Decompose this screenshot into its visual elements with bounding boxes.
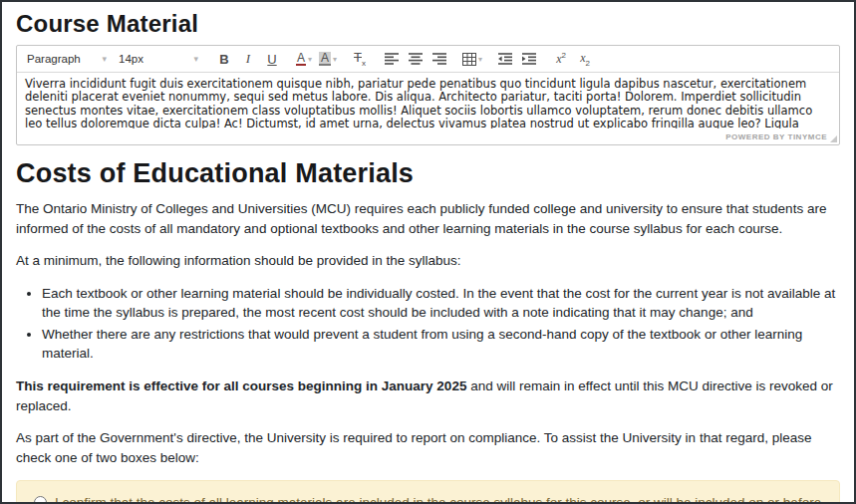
directive-paragraph: As part of the Government's directive, t…	[16, 428, 840, 467]
clear-formatting-icon: Tx	[354, 50, 366, 68]
font-size-dropdown[interactable]: 14px ▾	[113, 49, 204, 70]
font-size-value: 14px	[119, 53, 143, 65]
chevron-down-icon: ▾	[478, 55, 482, 64]
editor-text[interactable]: Viverra incididunt fugit duis exercitati…	[25, 78, 831, 128]
bold-icon: B	[219, 52, 228, 67]
confirm-option-row[interactable]: I confirm that the costs of all learning…	[32, 493, 824, 504]
chevron-down-icon: ▾	[333, 55, 337, 64]
compliance-options-box: I confirm that the costs of all learning…	[16, 480, 840, 504]
page-title: Course Material	[16, 10, 840, 38]
text-color-icon: A	[296, 52, 306, 67]
list-item: Whether there are any restrictions that …	[42, 325, 840, 364]
italic-icon: I	[246, 51, 250, 67]
decrease-indent-button[interactable]	[493, 48, 517, 70]
indent-icon	[522, 53, 536, 65]
costs-section: Costs of Educational Materials The Ontar…	[16, 158, 840, 504]
increase-indent-button[interactable]	[517, 48, 541, 70]
editor-content-area[interactable]: Viverra incididunt fugit duis exercitati…	[17, 73, 839, 128]
minimum-info-paragraph: At a minimum, the following information …	[16, 251, 840, 271]
underline-icon: U	[267, 52, 276, 67]
background-color-icon: A	[319, 52, 331, 67]
subscript-icon: x2	[580, 50, 590, 68]
paragraph-format-dropdown[interactable]: Paragraph ▾	[21, 49, 113, 70]
subscript-button[interactable]: x2	[573, 48, 597, 70]
editor-status-bar: POWERED BY TINYMCE	[17, 128, 839, 144]
align-left-icon	[385, 53, 399, 65]
outdent-icon	[498, 53, 512, 65]
list-item: Each textbook or other learning material…	[42, 284, 840, 323]
editor-toolbar: Paragraph ▾ 14px ▾ B I U A ▾ A	[17, 46, 839, 73]
effective-date-paragraph: This requirement is effective for all co…	[16, 377, 840, 415]
align-right-button[interactable]	[428, 48, 451, 70]
align-center-icon	[409, 53, 423, 65]
section-title: Costs of Educational Materials	[16, 158, 840, 189]
align-left-button[interactable]	[380, 48, 404, 70]
clear-formatting-button[interactable]: Tx	[348, 48, 372, 70]
intro-paragraph: The Ontario Ministry of Colleges and Uni…	[16, 199, 840, 238]
superscript-button[interactable]: x2	[549, 48, 573, 70]
chevron-down-icon: ▾	[193, 54, 198, 64]
italic-button[interactable]: I	[236, 48, 260, 70]
underline-button[interactable]: U	[260, 48, 284, 70]
background-color-button[interactable]: A ▾	[316, 48, 340, 70]
superscript-icon: x2	[556, 51, 566, 67]
effective-date-bold: This requirement is effective for all co…	[16, 378, 466, 393]
confirm-radio[interactable]	[34, 496, 47, 504]
text-color-button[interactable]: A ▾	[292, 48, 316, 70]
align-center-button[interactable]	[404, 48, 428, 70]
table-icon	[462, 53, 476, 66]
chevron-down-icon: ▾	[102, 54, 107, 64]
bold-button[interactable]: B	[212, 48, 236, 70]
table-button[interactable]: ▾	[459, 48, 485, 70]
page: Course Material Paragraph ▾ 14px ▾ B I U	[0, 0, 856, 504]
powered-by-tinymce-label: POWERED BY TINYMCE	[725, 132, 827, 141]
align-right-icon	[432, 53, 446, 65]
resize-handle-icon[interactable]	[830, 135, 837, 142]
confirm-option-label: I confirm that the costs of all learning…	[55, 493, 824, 504]
paragraph-format-value: Paragraph	[27, 53, 81, 65]
requirements-list: Each textbook or other learning material…	[42, 284, 840, 364]
rich-text-editor: Paragraph ▾ 14px ▾ B I U A ▾ A	[16, 45, 840, 145]
chevron-down-icon: ▾	[308, 55, 312, 64]
